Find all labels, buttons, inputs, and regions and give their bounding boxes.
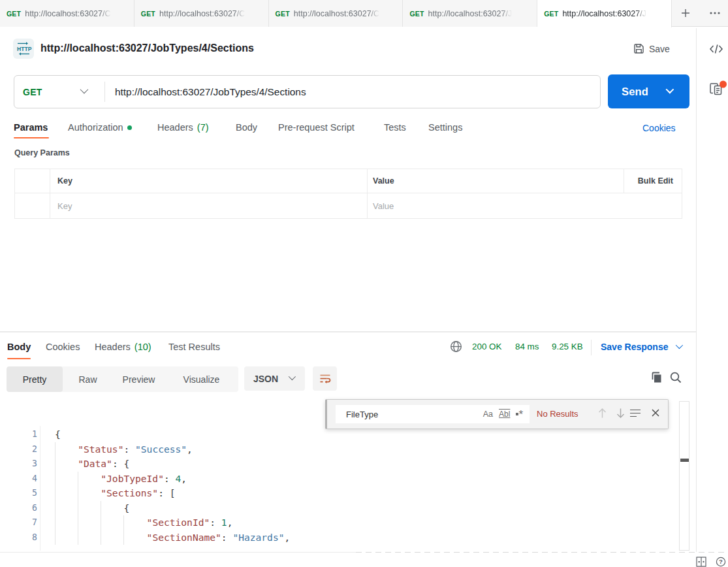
next-match-icon[interactable] (616, 408, 625, 419)
search-icon (669, 371, 682, 384)
find-query: FileType (346, 410, 483, 419)
match-case-toggle[interactable]: Aa (483, 410, 493, 419)
new-tab-button[interactable] (681, 8, 690, 18)
url-bar: GET http://localhost:63027/JobTypes/4/Se… (14, 75, 601, 108)
response-view-switcher: Pretty Raw Preview Visualize (7, 366, 238, 392)
send-options-chevron-icon[interactable] (666, 85, 674, 93)
tab-tests[interactable]: Tests (384, 122, 406, 133)
request-tabs: Params Authorization Headers (7) Body Pr… (0, 122, 696, 134)
line-number: 3 (0, 457, 37, 472)
language-label: JSON (253, 374, 278, 384)
request-tab-1[interactable]: GET http://localhost:63027/C (0, 0, 135, 27)
param-key-input[interactable]: Key (50, 193, 368, 219)
status-badge[interactable]: 200 OK (472, 342, 501, 351)
authorization-set-dot (127, 125, 132, 130)
save-button[interactable]: Save (633, 43, 670, 54)
http-icon: HTTP (15, 41, 32, 56)
bottom-border-dashed (356, 552, 728, 553)
tab-method: GET (409, 10, 424, 18)
key-column-header: Key (50, 169, 368, 193)
view-pretty[interactable]: Pretty (7, 366, 63, 392)
language-dropdown[interactable]: JSON (244, 366, 305, 391)
active-tab-underline (14, 137, 49, 138)
close-find-icon[interactable] (651, 408, 660, 417)
response-body-editor[interactable]: 1{2 "Status": "Success",3 "Data": {4 "Jo… (0, 427, 679, 545)
tab-options-button[interactable] (710, 12, 720, 14)
save-response-button[interactable]: Save Response (601, 342, 681, 352)
tab-settings[interactable]: Settings (428, 122, 462, 133)
code-line: 6 { (0, 501, 679, 516)
response-size[interactable]: 9.25 KB (552, 342, 583, 351)
send-button[interactable]: Send (608, 74, 689, 108)
tab-params[interactable]: Params (14, 122, 48, 133)
meta-separator (591, 340, 592, 355)
chevron-down-icon (80, 86, 88, 94)
code-text: "Sections": [ (55, 486, 176, 501)
copy-response-button[interactable] (650, 371, 663, 384)
line-number: 4 (0, 472, 37, 487)
tab-authorization-label: Authorization (68, 122, 123, 133)
view-raw[interactable]: Raw (63, 366, 113, 392)
view-preview[interactable]: Preview (113, 366, 165, 392)
whole-word-toggle[interactable]: Abl (499, 410, 510, 419)
regex-toggle[interactable]: * (516, 411, 523, 418)
line-number: 8 (0, 530, 37, 545)
tab-url: http://localhost:63027/C (25, 9, 110, 18)
request-tab-4[interactable]: GET http://localhost:63027/J (403, 0, 537, 27)
url-input[interactable]: http://localhost:63027/JobTypes/4/Sectio… (115, 86, 306, 98)
find-in-selection-icon[interactable] (630, 410, 641, 419)
code-snippet-button[interactable] (709, 43, 723, 55)
tab-method: GET (141, 10, 155, 18)
code-text: "Data": { (55, 457, 129, 472)
documentation-icon (708, 80, 727, 99)
tab-body[interactable]: Body (236, 122, 257, 133)
header-checkbox-cell (15, 169, 50, 193)
tab-url: http://localhost:63027/C (159, 9, 245, 18)
regex-star: * (518, 411, 523, 418)
editor-scrollbar[interactable] (679, 401, 689, 551)
previous-match-icon[interactable] (597, 408, 607, 419)
code-text: "Status": "Success", (55, 442, 193, 457)
tab-url: http://localhost:63027/J (428, 9, 513, 18)
save-response-label: Save Response (601, 342, 669, 352)
active-response-tab-underline (7, 358, 31, 359)
wrap-lines-button[interactable] (313, 366, 337, 391)
documentation-button[interactable] (708, 80, 727, 99)
code-line: 8 "SectionName": "Hazards", (0, 530, 679, 545)
find-input[interactable]: FileType Aa Abl * (336, 405, 530, 423)
tab-headers[interactable]: Headers (7) (157, 122, 209, 133)
tab-bar: GET http://localhost:63027/C GET http://… (0, 0, 728, 27)
svg-text:?: ? (719, 558, 723, 565)
help-button[interactable]: ? (716, 557, 726, 567)
network-globe-icon[interactable] (450, 340, 462, 353)
request-tab-5-active[interactable]: GET http://localhost:63027/J (537, 0, 672, 27)
method-dropdown[interactable]: GET (14, 76, 104, 108)
response-divider[interactable] (0, 331, 696, 332)
response-time[interactable]: 84 ms (515, 342, 539, 351)
line-number: 2 (0, 442, 37, 457)
url-separator (104, 82, 105, 102)
search-response-button[interactable] (669, 371, 682, 384)
request-tab-2[interactable]: GET http://localhost:63027/C (135, 0, 269, 27)
ellipsis-icon (710, 12, 720, 14)
tab-prerequest-script[interactable]: Pre-request Script (278, 122, 355, 133)
copy-icon (650, 371, 663, 384)
bottom-border-solid (0, 552, 356, 553)
view-visualize[interactable]: Visualize (165, 366, 238, 392)
tab-url: http://localhost:63027/J (562, 9, 646, 18)
request-tab-3[interactable]: GET http://localhost:63027/C (269, 0, 404, 27)
scrollbar-marker (680, 459, 689, 462)
tab-authorization[interactable]: Authorization (68, 122, 132, 133)
headers-count: (7) (197, 122, 209, 133)
chevron-down-icon (289, 373, 296, 380)
cookies-link[interactable]: Cookies (642, 123, 676, 133)
param-value-input[interactable]: Value (368, 193, 682, 219)
key-placeholder: Key (57, 201, 72, 211)
find-results-status: No Results (537, 409, 578, 419)
value-column-header: Value (368, 169, 624, 193)
line-number: 5 (0, 486, 37, 501)
bulk-edit-button[interactable]: Bulk Edit (624, 169, 682, 193)
code-line: 7 "SectionId": 1, (0, 515, 679, 530)
two-pane-view-button[interactable] (696, 557, 706, 567)
plus-icon (681, 8, 690, 18)
